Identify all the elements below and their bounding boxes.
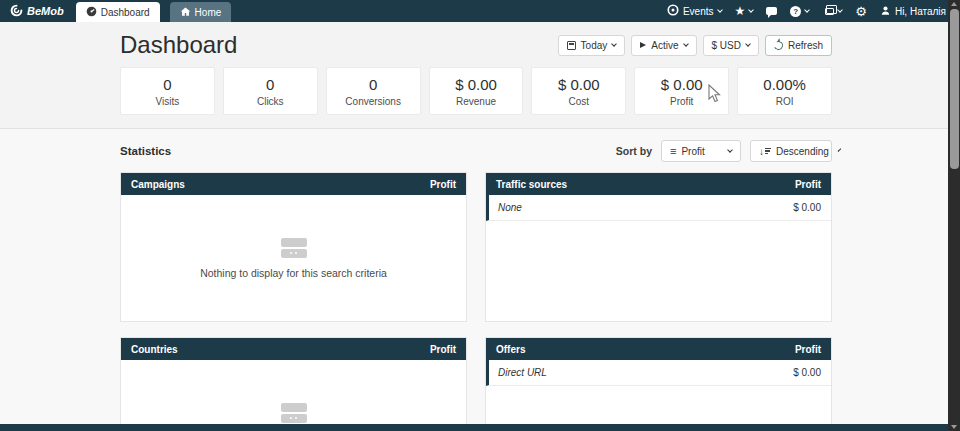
status-filter-label: Active bbox=[651, 40, 678, 51]
star-icon: ★ bbox=[735, 5, 746, 17]
page-title: Dashboard bbox=[120, 31, 237, 59]
date-range-button[interactable]: Today bbox=[558, 35, 626, 56]
stat-value: $ 0.00 bbox=[558, 76, 600, 93]
home-icon bbox=[180, 6, 191, 19]
panel-countries: Countries Profit Nothing to display for … bbox=[120, 337, 467, 431]
chevron-down-icon bbox=[748, 7, 754, 13]
stat-label: Cost bbox=[569, 96, 590, 107]
refresh-icon bbox=[773, 39, 785, 51]
table-row[interactable]: None $ 0.00 bbox=[486, 195, 831, 221]
panel-metric: Profit bbox=[430, 179, 456, 190]
tab-dashboard-label: Dashboard bbox=[101, 7, 150, 18]
navbar-right: Events ★ ? ⚙ Hi, Наталія bbox=[667, 0, 946, 22]
dashboard-header-section: Dashboard Today Active $ USD bbox=[0, 22, 960, 129]
empty-state-icon bbox=[281, 403, 307, 425]
stat-value: $ 0.00 bbox=[455, 76, 497, 93]
user-icon bbox=[880, 5, 891, 18]
chat-button[interactable] bbox=[766, 7, 777, 15]
brand-label: BeMob bbox=[27, 5, 64, 17]
footer-bar bbox=[0, 424, 948, 431]
stat-value: 0 bbox=[369, 76, 377, 93]
settings-button[interactable]: ⚙ bbox=[855, 5, 867, 18]
chevron-down-icon bbox=[611, 41, 617, 47]
scroll-up-arrow-icon[interactable] bbox=[951, 2, 957, 6]
help-menu[interactable]: ? bbox=[790, 6, 809, 17]
chevron-down-icon bbox=[804, 7, 810, 13]
row-name: Direct URL bbox=[498, 367, 547, 378]
play-icon bbox=[640, 42, 646, 48]
panel-title: Traffic sources bbox=[496, 179, 567, 190]
empty-state-text: Nothing to display for this search crite… bbox=[200, 267, 387, 279]
chevron-down-icon bbox=[727, 147, 733, 153]
panel-offers: Offers Profit Direct URL $ 0.00 bbox=[485, 337, 832, 431]
chevron-down-icon bbox=[745, 41, 751, 47]
panel-title: Countries bbox=[131, 344, 178, 355]
header-actions: Today Active $ USD Refresh bbox=[558, 35, 832, 56]
stat-value: 0 bbox=[163, 76, 171, 93]
chat-icon bbox=[766, 7, 777, 15]
stat-label: Revenue bbox=[456, 96, 496, 107]
panels-grid: Campaigns Profit Nothing to display for … bbox=[120, 172, 832, 431]
stat-card-revenue: $ 0.00 Revenue bbox=[429, 67, 524, 115]
empty-state: Nothing to display for this search crite… bbox=[121, 195, 466, 321]
scrollbar-thumb[interactable] bbox=[950, 9, 959, 169]
scroll-down-arrow-icon[interactable] bbox=[951, 425, 957, 429]
status-filter-button[interactable]: Active bbox=[631, 35, 696, 56]
stat-label: ROI bbox=[776, 96, 794, 107]
panel-metric: Profit bbox=[430, 344, 456, 355]
empty-state-icon bbox=[281, 238, 307, 260]
panel-campaigns: Campaigns Profit Nothing to display for … bbox=[120, 172, 467, 322]
sort-order-value: Descending bbox=[776, 146, 829, 157]
sort-controls: Sort by ≡ Profit ↓ Descending bbox=[616, 140, 832, 162]
stat-label: Clicks bbox=[257, 96, 284, 107]
user-menu[interactable]: Hi, Наталія bbox=[880, 5, 946, 18]
stat-card-roi: 0.00% ROI bbox=[737, 67, 832, 115]
panel-metric: Profit bbox=[795, 179, 821, 190]
gear-icon: ⚙ bbox=[855, 5, 867, 18]
bemob-brand[interactable]: BeMob bbox=[0, 0, 76, 22]
currency-button[interactable]: $ USD bbox=[703, 35, 759, 56]
stat-card-visits: 0 Visits bbox=[120, 67, 215, 115]
favorites-menu[interactable]: ★ bbox=[735, 5, 754, 17]
stat-label: Visits bbox=[156, 96, 180, 107]
statistics-section: Statistics Sort by ≡ Profit ↓ Descending bbox=[0, 129, 960, 431]
chevron-down-icon bbox=[838, 148, 842, 152]
panel-title: Offers bbox=[496, 344, 525, 355]
statistics-title: Statistics bbox=[120, 145, 171, 157]
events-icon bbox=[667, 4, 679, 18]
stat-value: 0.00% bbox=[763, 76, 806, 93]
sort-field-value: Profit bbox=[681, 146, 704, 157]
events-label: Events bbox=[683, 6, 714, 17]
row-name: None bbox=[498, 202, 522, 213]
vertical-scrollbar[interactable] bbox=[948, 0, 960, 431]
sort-order-select[interactable]: ↓ Descending bbox=[750, 140, 832, 162]
stat-label: Conversions bbox=[345, 96, 401, 107]
workspaces-menu[interactable] bbox=[822, 8, 842, 15]
row-value: $ 0.00 bbox=[793, 367, 821, 378]
sort-by-label: Sort by bbox=[616, 145, 652, 157]
stats-cards-row: 0 Visits 0 Clicks 0 Conversions $ 0.00 R… bbox=[120, 67, 832, 128]
currency-label: $ USD bbox=[712, 40, 741, 51]
sort-descending-icon: ↓ bbox=[759, 146, 771, 157]
panel-metric: Profit bbox=[795, 344, 821, 355]
help-icon: ? bbox=[790, 6, 801, 17]
user-greeting: Hi, Наталія bbox=[895, 6, 946, 17]
empty-state: Nothing to display for this search crite… bbox=[121, 360, 466, 431]
table-row[interactable]: Direct URL $ 0.00 bbox=[486, 360, 831, 386]
sort-field-select[interactable]: ≡ Profit bbox=[661, 140, 741, 162]
calendar-icon bbox=[567, 41, 576, 50]
tab-home-label: Home bbox=[195, 7, 222, 18]
panel-traffic-sources: Traffic sources Profit None $ 0.00 bbox=[485, 172, 832, 322]
refresh-button[interactable]: Refresh bbox=[765, 35, 832, 56]
windows-icon bbox=[825, 8, 834, 15]
panel-title: Campaigns bbox=[131, 179, 185, 190]
refresh-label: Refresh bbox=[788, 40, 823, 51]
events-menu[interactable]: Events bbox=[667, 4, 722, 18]
stat-card-cost: $ 0.00 Cost bbox=[531, 67, 626, 115]
chevron-down-icon bbox=[683, 41, 689, 47]
bemob-logo-icon bbox=[10, 4, 23, 19]
stat-value: $ 0.00 bbox=[661, 76, 703, 93]
tab-dashboard[interactable]: Dashboard bbox=[76, 2, 160, 22]
tab-home[interactable]: Home bbox=[170, 2, 232, 22]
dashboard-gauge-icon bbox=[86, 6, 97, 19]
